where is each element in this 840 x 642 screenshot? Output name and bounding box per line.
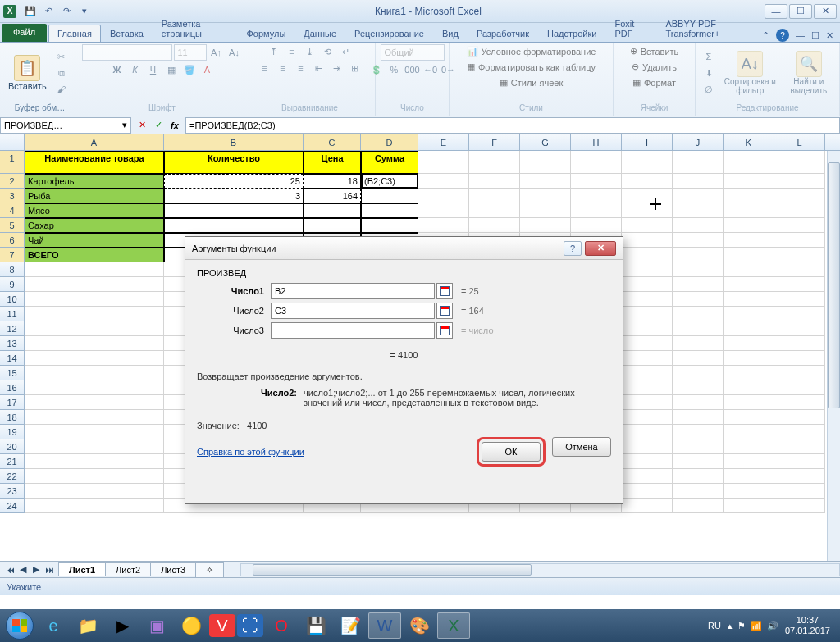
taskbar-notes-icon[interactable]: 📝 (334, 612, 367, 639)
cell[interactable] (774, 233, 825, 248)
fill-icon[interactable]: ⬇ (701, 66, 717, 80)
tab-data[interactable]: Данные (294, 25, 345, 42)
cell[interactable] (25, 307, 164, 321)
cell[interactable] (622, 262, 673, 277)
taskbar-save-icon[interactable]: 💾 (299, 612, 332, 639)
autosum-icon[interactable]: Σ (701, 49, 717, 64)
row-header-5[interactable]: 5 (0, 218, 25, 233)
cell[interactable] (622, 454, 673, 469)
cell[interactable] (724, 321, 774, 336)
tab-page-layout[interactable]: Разметка страницы (153, 15, 238, 42)
cell[interactable] (622, 174, 673, 189)
cell[interactable] (571, 203, 622, 218)
name-box[interactable]: ПРОИЗВЕД… ▾ (0, 117, 131, 134)
percent-icon[interactable]: % (386, 62, 403, 77)
align-right-icon[interactable]: ≡ (293, 61, 309, 75)
indent-decrease-icon[interactable]: ⇤ (311, 61, 327, 75)
taskbar-word-icon[interactable]: W (368, 612, 401, 639)
insert-cells-button[interactable]: ⊕ Вставить (625, 44, 684, 58)
cell[interactable] (622, 336, 673, 351)
cell-C1[interactable]: Цена (304, 151, 361, 174)
cell-C2[interactable]: 18 (304, 174, 361, 189)
function-help-link[interactable]: Справка по этой функции (197, 447, 304, 457)
currency-icon[interactable]: 💲 (368, 62, 385, 77)
taskbar-excel-icon[interactable]: X (437, 612, 470, 639)
cell-C3[interactable]: 164 (304, 189, 361, 203)
wrap-text-icon[interactable]: ↵ (338, 44, 354, 59)
cell[interactable] (622, 484, 673, 499)
cell[interactable] (622, 277, 673, 292)
cell-A3[interactable]: Рыба (25, 189, 164, 203)
workbook-restore-icon[interactable]: ☐ (811, 30, 819, 41)
cell[interactable] (774, 262, 825, 277)
cancel-button[interactable]: Отмена (552, 437, 611, 457)
align-middle-icon[interactable]: ≡ (284, 44, 300, 59)
minimize-button[interactable]: — (765, 4, 788, 19)
cell[interactable] (724, 469, 774, 484)
conditional-formatting-button[interactable]: 📊Условное форматирование (462, 44, 601, 58)
cell-styles-button[interactable]: ▦Стили ячеек (495, 75, 568, 89)
cell-B1[interactable]: Количество (164, 151, 304, 174)
new-sheet-button[interactable]: ✧ (195, 562, 224, 577)
cell[interactable] (571, 151, 622, 174)
cell[interactable] (25, 499, 164, 513)
cell[interactable] (25, 484, 164, 499)
taskbar-ie-icon[interactable]: e (37, 612, 70, 639)
number-format-combo[interactable]: Общий (381, 44, 445, 61)
formula-input[interactable]: =ПРОИЗВЕД(B2;C3) (185, 117, 840, 134)
sheet-nav-next-icon[interactable]: ▶ (30, 563, 43, 576)
align-center-icon[interactable]: ≡ (275, 61, 291, 75)
close-button[interactable]: ✕ (814, 4, 837, 19)
row-header-24[interactable]: 24 (0, 499, 25, 513)
cell[interactable] (774, 292, 825, 307)
cell[interactable] (673, 336, 724, 351)
cell[interactable] (673, 189, 724, 203)
cell[interactable] (673, 151, 724, 174)
clear-icon[interactable]: ∅ (701, 82, 717, 97)
cell[interactable] (571, 174, 622, 189)
cell[interactable] (469, 151, 520, 174)
tab-insert[interactable]: Вставка (101, 25, 153, 42)
tray-up-icon[interactable]: ▴ (728, 621, 733, 631)
row-header-20[interactable]: 20 (0, 439, 25, 454)
sort-filter-button[interactable]: A↓ Сортировка и фильтр (720, 49, 780, 97)
cell[interactable] (673, 499, 724, 513)
row-header-10[interactable]: 10 (0, 292, 25, 307)
cut-icon[interactable]: ✂ (53, 49, 70, 64)
cell[interactable] (622, 218, 673, 233)
copy-icon[interactable]: ⧉ (53, 66, 70, 80)
tray-clock[interactable]: 10:37 07.01.2017 (785, 615, 830, 636)
tab-foxit[interactable]: Foxit PDF (605, 15, 656, 42)
row-header-21[interactable]: 21 (0, 454, 25, 469)
cell[interactable] (25, 262, 164, 277)
col-header-E[interactable]: E (418, 134, 469, 150)
cell[interactable] (418, 203, 469, 218)
scrollbar-thumb[interactable] (253, 564, 532, 576)
maximize-button[interactable]: ☐ (789, 4, 812, 19)
row-header-18[interactable]: 18 (0, 410, 25, 425)
taskbar-explorer-icon[interactable]: 📁 (71, 612, 104, 639)
cell[interactable] (622, 425, 673, 439)
cell-C4[interactable] (304, 203, 361, 218)
cell[interactable] (673, 469, 724, 484)
cell[interactable] (469, 203, 520, 218)
cell[interactable] (673, 203, 724, 218)
cell[interactable] (724, 366, 774, 380)
arg1-input[interactable] (271, 283, 435, 299)
cell[interactable] (774, 307, 825, 321)
sheet-tab-2[interactable]: Лист2 (105, 562, 151, 576)
cell[interactable] (622, 233, 673, 248)
increase-decimal-icon[interactable]: ←0 (422, 62, 439, 77)
cell[interactable] (774, 469, 825, 484)
save-icon[interactable]: 💾 (23, 4, 38, 19)
ribbon-minimize-icon[interactable]: ⌃ (762, 30, 769, 41)
sheet-nav-prev-icon[interactable]: ◀ (16, 563, 30, 576)
cell[interactable] (622, 410, 673, 425)
taskbar-opera-icon[interactable]: O (265, 612, 298, 639)
cell[interactable] (520, 174, 571, 189)
cell[interactable] (25, 410, 164, 425)
col-header-F[interactable]: F (469, 134, 520, 150)
cell[interactable] (622, 351, 673, 366)
tab-home[interactable]: Главная (48, 25, 101, 42)
workbook-close-icon[interactable]: ✕ (826, 30, 833, 41)
